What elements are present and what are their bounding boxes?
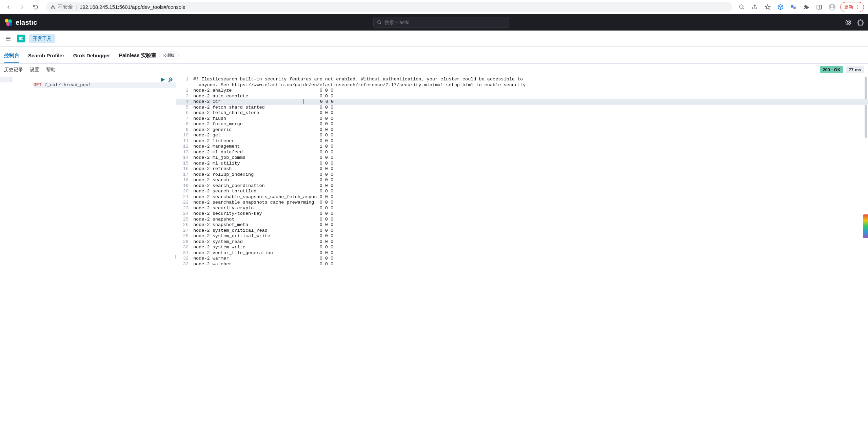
global-search[interactable] bbox=[373, 17, 509, 28]
run-icon[interactable] bbox=[160, 77, 166, 83]
output-text: node-2 security-token-key 0 0 0 bbox=[191, 211, 868, 217]
output-row: 3node-2 auto_complete 0 0 0 bbox=[176, 94, 868, 99]
reload-button[interactable] bbox=[30, 1, 41, 13]
space-badge[interactable]: 默 bbox=[17, 35, 25, 42]
history-link[interactable]: 历史记录 bbox=[4, 67, 23, 73]
update-button[interactable]: 更新 bbox=[840, 2, 864, 12]
tab-console[interactable]: 控制台 bbox=[4, 48, 19, 63]
settings-link[interactable]: 设置 bbox=[30, 67, 39, 73]
output-row: 12node-2 management 1 0 0 bbox=[176, 144, 868, 150]
zoom-icon[interactable] bbox=[737, 2, 747, 12]
line-number: 32 bbox=[176, 256, 191, 262]
help-icon[interactable] bbox=[857, 19, 864, 26]
breadcrumb-devtools[interactable]: 开发工具 bbox=[29, 34, 55, 43]
output-text: node-2 search_coordination 0 0 0 bbox=[191, 183, 868, 189]
svg-rect-1 bbox=[791, 5, 794, 8]
line-number: 4 bbox=[176, 99, 191, 105]
output-text: node-2 management 1 0 0 bbox=[191, 144, 868, 150]
nav-menu-button[interactable] bbox=[3, 34, 13, 43]
line-number: 12 bbox=[176, 144, 191, 150]
newsfeed-icon[interactable] bbox=[845, 19, 852, 26]
elastic-logo-text: elastic bbox=[16, 19, 37, 26]
svg-point-15 bbox=[847, 21, 850, 24]
chrome-action-icons: 更新 bbox=[737, 2, 865, 12]
line-number: 1 bbox=[176, 77, 191, 82]
share-icon[interactable] bbox=[750, 2, 760, 12]
line-number: 25 bbox=[176, 217, 191, 223]
output-text: node-2 flush 0 0 0 bbox=[191, 116, 868, 122]
svg-rect-3 bbox=[817, 5, 822, 9]
request-line[interactable]: GET /_cat/thread_pool bbox=[34, 82, 176, 88]
extension-cube-icon[interactable] bbox=[776, 2, 785, 12]
output-row: 16node-2 refresh 0 0 0 bbox=[176, 166, 868, 172]
global-search-input[interactable] bbox=[384, 20, 505, 25]
translate-icon[interactable] bbox=[789, 2, 798, 12]
output-text: node-2 snapshot_meta 0 0 0 bbox=[191, 222, 868, 228]
line-number: 2 bbox=[176, 88, 191, 94]
svg-point-5 bbox=[831, 5, 833, 7]
url-text: 192.168.245.151:5601/app/dev_tools#/cons… bbox=[80, 4, 185, 10]
output-row: 4node-2 ccr 0 0 0 bbox=[176, 99, 868, 105]
line-number: 20 bbox=[176, 189, 191, 194]
bookmark-icon[interactable] bbox=[763, 2, 772, 12]
output-text: node-2 ml_utility 0 0 0 bbox=[191, 161, 868, 167]
output-text: node-2 search_throttled 0 0 0 bbox=[191, 189, 868, 194]
output-text: node-2 search 0 0 0 bbox=[191, 177, 868, 183]
output-text: node-2 snapshot 0 0 0 bbox=[191, 217, 868, 223]
output-row: 13node-2 ml_datafeed 0 0 0 bbox=[176, 150, 868, 155]
output-row: 11node-2 listener 0 0 0 bbox=[176, 138, 868, 144]
elastic-logo[interactable]: elastic bbox=[4, 18, 37, 27]
forward-button[interactable] bbox=[16, 1, 28, 13]
extensions-icon[interactable] bbox=[802, 2, 811, 12]
output-row: 33node-2 watcher 0 0 0 bbox=[176, 262, 868, 267]
sidepanel-icon[interactable] bbox=[814, 2, 824, 12]
svg-point-7 bbox=[857, 6, 858, 7]
line-number: 19 bbox=[176, 183, 191, 189]
back-button[interactable] bbox=[3, 1, 14, 13]
address-bar[interactable]: 不安全 | 192.168.245.151:5601/app/dev_tools… bbox=[46, 2, 732, 12]
request-pane[interactable]: 1 GET /_cat/thread_pool bbox=[0, 76, 176, 437]
line-number: 26 bbox=[176, 222, 191, 228]
output-text: node-2 searchable_snapshots_cache_fetch_… bbox=[191, 194, 868, 200]
profile-avatar[interactable] bbox=[827, 2, 837, 12]
output-row: 19node-2 search_coordination 0 0 0 bbox=[176, 183, 868, 189]
line-number: 28 bbox=[176, 233, 191, 239]
line-number: 18 bbox=[176, 177, 191, 183]
output-row: 5node-2 fetch_shard_started 0 0 0 bbox=[176, 105, 868, 111]
help-link[interactable]: 帮助 bbox=[46, 67, 56, 73]
line-number: 21 bbox=[176, 194, 191, 200]
response-time: 77 ms bbox=[846, 66, 864, 73]
output-row: 22node-2 searchable_snapshots_cache_prew… bbox=[176, 200, 868, 206]
output-row: 23node-2 security-crypto 0 0 0 bbox=[176, 206, 868, 211]
output-row: anyone. See https://www.elastic.co/guide… bbox=[176, 82, 868, 88]
line-number: 29 bbox=[176, 239, 191, 245]
line-number: 3 bbox=[176, 94, 191, 99]
output-row: 29node-2 system_read 0 0 0 bbox=[176, 239, 868, 245]
tab-search-profiler[interactable]: Search Profiler bbox=[28, 48, 64, 62]
side-indicator bbox=[863, 214, 868, 238]
tab-painless-lab[interactable]: Painless 实验室 公测版 bbox=[119, 47, 179, 63]
output-text: node-2 vector_tile_generation 0 0 0 bbox=[191, 250, 868, 256]
svg-point-12 bbox=[9, 23, 12, 26]
line-number: 9 bbox=[176, 127, 191, 133]
output-row: 7node-2 flush 0 0 0 bbox=[176, 116, 868, 122]
output-row: 10node-2 get 0 0 0 bbox=[176, 133, 868, 138]
output-row: 6node-2 fetch_shard_store 0 0 0 bbox=[176, 110, 868, 116]
response-pane[interactable]: 1#! Elasticsearch built-in security feat… bbox=[176, 76, 868, 437]
line-number: 33 bbox=[176, 262, 191, 267]
pane-resize-handle[interactable]: || bbox=[174, 254, 178, 260]
output-text: node-2 get 0 0 0 bbox=[191, 133, 868, 138]
tab-grok-debugger[interactable]: Grok Debugger bbox=[73, 48, 110, 62]
output-row: 26node-2 snapshot_meta 0 0 0 bbox=[176, 222, 868, 228]
output-row: 32node-2 warmer 0 0 0 bbox=[176, 256, 868, 262]
output-text: node-2 system_write 0 0 0 bbox=[191, 245, 868, 250]
console-editor: 1 GET /_cat/thread_pool || 1#! Elasticse… bbox=[0, 76, 868, 437]
wrench-icon[interactable] bbox=[168, 77, 174, 83]
output-row: 1#! Elasticsearch built-in security feat… bbox=[176, 77, 868, 82]
output-text: node-2 auto_complete 0 0 0 bbox=[191, 94, 868, 99]
svg-rect-2 bbox=[793, 6, 796, 9]
output-row: 17node-2 rollup_indexing 0 0 0 bbox=[176, 172, 868, 178]
output-text: #! Elasticsearch built-in security featu… bbox=[191, 77, 868, 82]
console-toolbar: 历史记录 设置 帮助 200 - OK 77 ms bbox=[0, 64, 868, 76]
output-text: node-2 refresh 0 0 0 bbox=[191, 166, 868, 172]
